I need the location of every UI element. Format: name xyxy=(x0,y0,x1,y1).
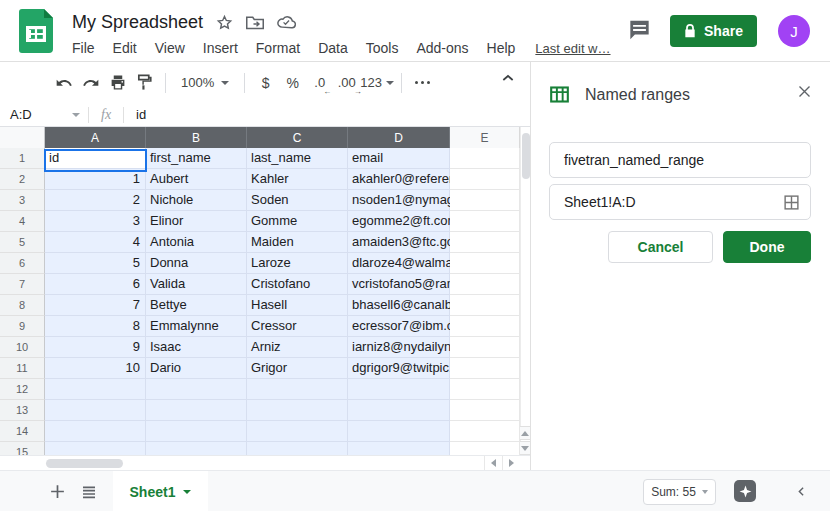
cell[interactable]: Aubert xyxy=(146,169,247,190)
cell[interactable] xyxy=(45,400,146,421)
cell[interactable] xyxy=(450,169,520,190)
cell[interactable] xyxy=(247,421,348,442)
cell[interactable]: iarniz8@nydailynews.com xyxy=(348,337,450,358)
row-header-5[interactable]: 5 xyxy=(0,232,45,253)
row-header-11[interactable]: 11 xyxy=(0,358,45,379)
cell[interactable] xyxy=(450,253,520,274)
cell[interactable]: 8 xyxy=(45,316,146,337)
menu-item-format[interactable]: Format xyxy=(256,40,300,56)
cell[interactable] xyxy=(450,358,520,379)
row-header-2[interactable]: 2 xyxy=(0,169,45,190)
row-header-7[interactable]: 7 xyxy=(0,274,45,295)
cell[interactable] xyxy=(450,211,520,232)
column-header-b[interactable]: B xyxy=(146,127,247,150)
cell[interactable]: 10 xyxy=(45,358,146,379)
cell[interactable] xyxy=(146,421,247,442)
cell[interactable]: 3 xyxy=(45,211,146,232)
cell[interactable]: Emmalynne xyxy=(146,316,247,337)
print-icon[interactable] xyxy=(104,70,131,96)
cell[interactable]: dgrigor9@twitpic.com xyxy=(348,358,450,379)
cell[interactable] xyxy=(450,148,520,169)
menu-item-edit[interactable]: Edit xyxy=(113,40,137,56)
increase-decimal-button[interactable]: .00→ xyxy=(333,70,360,96)
cell[interactable] xyxy=(45,421,146,442)
row-header-15[interactable]: 15 xyxy=(0,442,45,455)
number-format-button[interactable]: 123 xyxy=(360,70,394,96)
redo-icon[interactable] xyxy=(77,70,104,96)
cell[interactable] xyxy=(146,400,247,421)
close-icon[interactable] xyxy=(797,84,812,103)
scroll-left-icon[interactable] xyxy=(484,456,502,470)
share-button[interactable]: Share xyxy=(670,15,757,47)
cell[interactable]: Dario xyxy=(146,358,247,379)
format-currency-button[interactable]: $ xyxy=(252,70,279,96)
row-header-9[interactable]: 9 xyxy=(0,316,45,337)
cell[interactable]: vcristofano5@rambler.ru xyxy=(348,274,450,295)
cell[interactable]: Donna xyxy=(146,253,247,274)
explore-icon[interactable] xyxy=(734,480,756,502)
cell[interactable] xyxy=(450,442,520,455)
all-sheets-icon[interactable] xyxy=(76,471,102,511)
cell[interactable]: Nichole xyxy=(146,190,247,211)
paint-format-icon[interactable] xyxy=(131,70,158,96)
cell[interactable] xyxy=(450,337,520,358)
cloud-status-icon[interactable] xyxy=(277,15,296,29)
cell[interactable]: bhasell6@canalblog.com xyxy=(348,295,450,316)
cell[interactable]: last_name xyxy=(247,148,348,169)
cell[interactable]: Isaac xyxy=(146,337,247,358)
name-box[interactable]: A:D xyxy=(0,107,88,122)
cell[interactable]: Maiden xyxy=(247,232,348,253)
formula-input[interactable]: id xyxy=(124,107,146,122)
cell[interactable] xyxy=(450,232,520,253)
cell[interactable]: amaiden3@ftc.gov xyxy=(348,232,450,253)
row-header-1[interactable]: 1 xyxy=(0,148,45,169)
horizontal-scrollbar-thumb[interactable] xyxy=(46,459,123,468)
menu-item-tools[interactable]: Tools xyxy=(366,40,399,56)
range-ref-input[interactable]: Sheet1!A:D xyxy=(549,184,811,220)
cell[interactable] xyxy=(450,274,520,295)
format-percent-button[interactable]: % xyxy=(279,70,306,96)
cell[interactable]: Grigor xyxy=(247,358,348,379)
cell[interactable]: 6 xyxy=(45,274,146,295)
cell[interactable]: ecressor7@ibm.com xyxy=(348,316,450,337)
row-header-6[interactable]: 6 xyxy=(0,253,45,274)
menu-item-help[interactable]: Help xyxy=(487,40,516,56)
column-header-c[interactable]: C xyxy=(247,127,348,150)
cell[interactable]: 4 xyxy=(45,232,146,253)
menu-item-view[interactable]: View xyxy=(155,40,185,56)
cell[interactable]: Gomme xyxy=(247,211,348,232)
cell[interactable]: Soden xyxy=(247,190,348,211)
hide-menus-icon[interactable] xyxy=(500,70,516,90)
add-sheet-icon[interactable] xyxy=(44,471,70,511)
row-header-13[interactable]: 13 xyxy=(0,400,45,421)
done-button[interactable]: Done xyxy=(723,231,811,263)
more-toolbar-icon[interactable] xyxy=(409,70,436,96)
row-header-12[interactable]: 12 xyxy=(0,379,45,400)
row-header-14[interactable]: 14 xyxy=(0,421,45,442)
cell[interactable]: 7 xyxy=(45,295,146,316)
menu-item-file[interactable]: File xyxy=(72,40,95,56)
select-data-range-icon[interactable] xyxy=(783,194,800,214)
vertical-scrollbar[interactable] xyxy=(520,127,530,455)
comment-history-icon[interactable] xyxy=(628,19,651,45)
last-edit-link[interactable]: Last edit w… xyxy=(535,41,610,56)
cell[interactable]: Hasell xyxy=(247,295,348,316)
undo-icon[interactable] xyxy=(50,70,77,96)
star-icon[interactable] xyxy=(216,14,233,31)
row-header-8[interactable]: 8 xyxy=(0,295,45,316)
move-folder-icon[interactable] xyxy=(246,15,264,30)
select-all-corner[interactable] xyxy=(0,127,45,150)
cell[interactable]: akahler0@reference.com xyxy=(348,169,450,190)
cell[interactable] xyxy=(348,442,450,455)
cell[interactable]: 5 xyxy=(45,253,146,274)
cell[interactable]: Elinor xyxy=(146,211,247,232)
sum-badge[interactable]: Sum: 55 xyxy=(643,479,716,505)
cell[interactable]: Kahler xyxy=(247,169,348,190)
range-name-input[interactable]: fivetran_named_range xyxy=(549,142,811,178)
sheet-tab-sheet1[interactable]: Sheet1 xyxy=(113,471,208,511)
cell[interactable] xyxy=(348,400,450,421)
column-header-a[interactable]: A xyxy=(45,127,146,150)
row-header-10[interactable]: 10 xyxy=(0,337,45,358)
cell[interactable] xyxy=(146,379,247,400)
decrease-decimal-button[interactable]: .0← xyxy=(306,70,333,96)
